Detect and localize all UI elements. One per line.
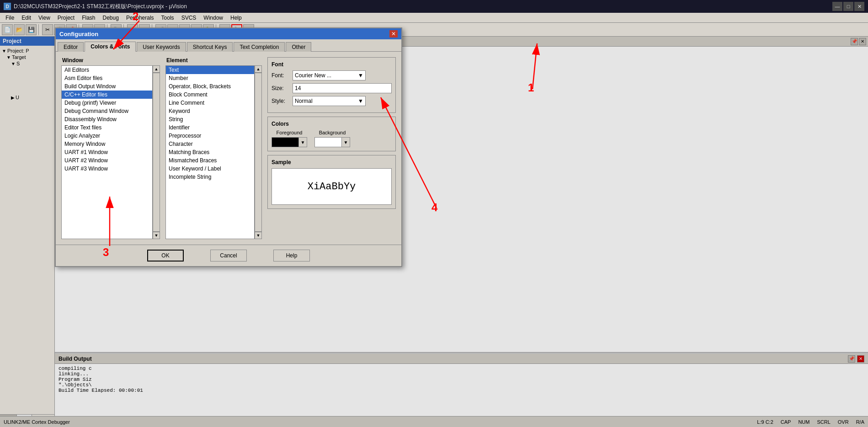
background-swatch[interactable] [314,137,342,147]
element-text[interactable]: Text [166,66,254,74]
element-string[interactable]: String [166,115,254,123]
element-incomplete-string[interactable]: Incomplete String [166,173,254,181]
window-logic-analyzer[interactable]: Logic Analyzer [62,132,152,140]
tab-colors-fonts[interactable]: Colors & Fonts [85,42,136,52]
configuration-dialog: Configuration ✕ Editor Colors & Fonts Us… [55,27,402,267]
font-name-row: Font: Courier New ... ▼ [272,70,392,80]
font-group: Font Font: Courier New ... ▼ Size: Style… [267,57,396,113]
font-name-label: Font: [272,72,290,79]
ok-button[interactable]: OK [147,250,184,262]
dialog-body: Window All Editors Asm Editor files Buil… [56,52,401,245]
dialog-title-bar: Configuration ✕ [56,28,401,39]
font-style-value: Normal [295,98,313,104]
dialog-footer: OK Cancel Help [56,245,401,266]
element-preprocessor[interactable]: Preprocessor [166,132,254,140]
element-mismatched-braces[interactable]: Mismatched Braces [166,156,254,165]
window-uart3[interactable]: UART #3 Window [62,165,152,173]
foreground-label: Foreground [277,130,303,135]
colors-row: Foreground ▼ Background ▼ [272,130,392,147]
window-cpp-editor[interactable]: C/C++ Editor files [62,91,152,99]
tab-editor[interactable]: Editor [58,42,84,52]
window-scroll-down[interactable]: ▼ [153,232,160,239]
dialog-close-button[interactable]: ✕ [389,30,398,37]
tab-other[interactable]: Other [286,42,311,52]
font-group-title: Font [272,61,392,68]
element-identifier[interactable]: Identifier [166,123,254,132]
element-panel-label: Element [165,57,262,64]
sample-title: Sample [272,159,392,165]
font-size-input[interactable] [293,83,392,93]
colors-title: Colors [272,121,392,127]
element-operator[interactable]: Operator, Block, Brackets [166,82,254,91]
style-dropdown-arrow: ▼ [358,98,363,104]
sample-box: XiAaBbYy [272,168,392,205]
window-debug-cmd[interactable]: Debug Command Window [62,107,152,115]
element-scroll-down[interactable]: ▼ [255,232,262,239]
element-character[interactable]: Character [166,140,254,148]
foreground-swatch[interactable] [272,137,299,147]
cancel-button[interactable]: Cancel [210,250,247,262]
window-disassembly[interactable]: Disassembly Window [62,115,152,123]
element-scroll-up[interactable]: ▲ [255,65,262,73]
window-list-container: All Editors Asm Editor files Build Outpu… [61,65,160,239]
sample-group: Sample XiAaBbYy [267,155,396,209]
font-style-label: Style: [272,98,290,104]
font-name-dropdown[interactable]: Courier New ... ▼ [293,70,366,80]
window-uart1[interactable]: UART #1 Window [62,148,152,156]
tab-user-keywords[interactable]: User Keywords [137,42,186,52]
window-scrollbar: ▲ ▼ [153,65,160,239]
element-user-keyword[interactable]: User Keyword / Label [166,165,254,173]
window-scroll-track[interactable] [153,73,160,232]
element-scrollbar: ▲ ▼ [255,65,262,239]
font-name-value: Courier New ... [295,72,331,79]
window-asm-editor[interactable]: Asm Editor files [62,74,152,82]
background-swatch-row: ▼ [314,137,350,147]
element-list[interactable]: Text Number Operator, Block, Brackets Bl… [165,65,255,239]
element-keyword[interactable]: Keyword [166,107,254,115]
foreground-swatch-row: ▼ [272,137,307,147]
dialog-title: Configuration [59,31,98,37]
tab-shortcut-keys[interactable]: Shortcut Keys [187,42,233,52]
background-drop-btn[interactable]: ▼ [342,137,350,147]
window-panel-label: Window [61,57,160,64]
element-line-comment[interactable]: Line Comment [166,99,254,107]
foreground-col: Foreground ▼ [272,130,307,147]
dropdown-arrow: ▼ [358,72,363,79]
colors-group: Colors Foreground ▼ Background ▼ [267,117,396,151]
font-style-dropdown[interactable]: Normal ▼ [293,96,366,106]
font-style-row: Style: Normal ▼ [272,96,392,106]
font-size-label: Size: [272,85,290,91]
window-editor-text[interactable]: Editor Text files [62,123,152,132]
tab-text-completion[interactable]: Text Completion [234,42,285,52]
window-memory[interactable]: Memory Window [62,140,152,148]
window-scroll-up[interactable]: ▲ [153,65,160,73]
font-colors-panel: Font Font: Courier New ... ▼ Size: Style… [267,57,396,239]
element-list-container: Text Number Operator, Block, Brackets Bl… [165,65,262,239]
font-size-row: Size: [272,83,392,93]
element-number[interactable]: Number [166,74,254,82]
window-all-editors[interactable]: All Editors [62,66,152,74]
dialog-tabs: Editor Colors & Fonts User Keywords Shor… [56,39,401,52]
element-panel-wrapper: Element Text Number Operator, Block, Bra… [165,57,262,239]
element-matching-braces[interactable]: Matching Braces [166,148,254,156]
foreground-drop-btn[interactable]: ▼ [299,137,307,147]
help-button[interactable]: Help [273,250,310,262]
window-list[interactable]: All Editors Asm Editor files Build Outpu… [61,65,153,239]
element-scroll-track[interactable] [255,73,262,232]
background-label: Background [319,130,346,135]
window-build-output[interactable]: Build Output Window [62,82,152,91]
window-panel-wrapper: Window All Editors Asm Editor files Buil… [61,57,160,239]
element-block-comment[interactable]: Block Comment [166,91,254,99]
window-debug-printf[interactable]: Debug (printf) Viewer [62,99,152,107]
window-uart2[interactable]: UART #2 Window [62,156,152,165]
sample-text: XiAaBbYy [308,181,356,192]
background-col: Background ▼ [314,130,350,147]
